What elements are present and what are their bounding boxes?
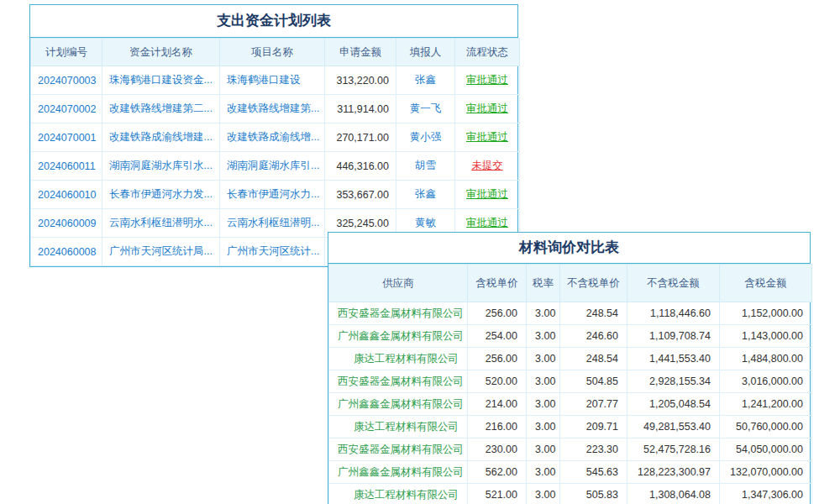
plan-id-link[interactable]: 2024070002	[38, 103, 97, 115]
tax-unit-price-cell: 214.00	[468, 393, 527, 416]
project-name-link[interactable]: 改建铁路线增建第...	[227, 102, 319, 114]
tax-unit-price-cell: 562.00	[468, 461, 527, 484]
tax-unit-price-cell: 521.00	[468, 484, 527, 504]
material-price-title: 材料询价对比表	[328, 233, 810, 264]
table-row: 广州鑫鑫金属材料有限公司 214.00 3.00 207.77 1,205,04…	[329, 393, 812, 416]
table-row: 2024060011 湖南洞庭湖水库引水... 湖南洞庭湖水库引... 446,…	[31, 152, 520, 181]
project-name-link[interactable]: 云南水利枢纽潜明...	[227, 217, 319, 228]
col-header-tax-rate: 税率	[527, 265, 560, 302]
tax-amount-cell: 1,484,800.00	[720, 348, 812, 370]
plan-name-link[interactable]: 改建铁路线增建第二...	[109, 102, 213, 114]
ex-amount-cell: 1,308,064.08	[627, 484, 720, 504]
amount-cell: 270,171.00	[325, 123, 396, 152]
table-row: 康达工程材料有限公司 256.00 3.00 248.54 1,441,553.…	[329, 348, 812, 370]
supplier-link[interactable]: 广州鑫鑫金属材料有限公司	[338, 330, 464, 342]
reporter-link[interactable]: 张鑫	[415, 188, 436, 200]
expense-plan-title: 支出资金计划列表	[30, 5, 517, 38]
tax-rate-cell: 3.00	[527, 416, 560, 438]
table-row: 广州鑫鑫金属材料有限公司 254.00 3.00 246.60 1,109,70…	[329, 325, 812, 348]
project-name-link[interactable]: 广州市天河区统计...	[227, 245, 319, 257]
supplier-link[interactable]: 西安盛器金属材料有限公司	[338, 307, 464, 319]
tax-amount-cell: 3,016,000.00	[720, 370, 812, 393]
plan-name-link[interactable]: 珠海鹤港口建设资金...	[109, 74, 213, 86]
supplier-link[interactable]: 康达工程材料有限公司	[354, 489, 459, 501]
col-header-plan-name: 资金计划名称	[102, 39, 220, 66]
reporter-link[interactable]: 黄小强	[410, 131, 442, 143]
project-name-link[interactable]: 长春市伊通河水力...	[227, 188, 319, 200]
tax-unit-price-cell: 256.00	[468, 302, 527, 325]
status-link[interactable]: 审批通过	[466, 217, 508, 228]
col-header-supplier: 供应商	[329, 265, 468, 302]
col-header-amount: 申请金额	[325, 39, 396, 66]
status-link[interactable]: 审批通过	[466, 131, 508, 143]
status-link[interactable]: 未提交	[471, 160, 503, 171]
ex-amount-cell: 1,109,708.74	[627, 325, 720, 348]
plan-id-link[interactable]: 2024060008	[38, 246, 97, 258]
col-header-tax-amount: 含税金额	[720, 265, 812, 302]
table-row: 2024070001 改建铁路成渝线增建... 改建铁路成渝线增... 270,…	[31, 123, 520, 152]
ex-amount-cell: 2,928,155.34	[627, 370, 720, 393]
col-header-tax-unit-price: 含税单价	[468, 265, 527, 302]
tax-rate-cell: 3.00	[527, 461, 560, 484]
table-row: 西安盛器金属材料有限公司 230.00 3.00 223.30 52,475,7…	[329, 438, 812, 461]
col-header-reporter: 填报人	[396, 39, 455, 66]
plan-name-link[interactable]: 改建铁路成渝线增建...	[109, 131, 213, 143]
supplier-link[interactable]: 西安盛器金属材料有限公司	[338, 444, 464, 455]
tax-amount-cell: 132,070,000.00	[720, 461, 812, 484]
tax-amount-cell: 1,143,000.00	[720, 325, 812, 348]
tax-amount-cell: 1,152,000.00	[720, 302, 812, 325]
material-price-panel: 材料询价对比表 供应商 含税单价 税率 不含税单价 不含税金额 含税金额 西安盛…	[328, 232, 811, 504]
tax-amount-cell: 50,760,000.00	[720, 416, 812, 438]
supplier-link[interactable]: 康达工程材料有限公司	[354, 353, 459, 365]
reporter-link[interactable]: 胡雪	[415, 160, 436, 171]
supplier-link[interactable]: 广州鑫鑫金属材料有限公司	[338, 398, 464, 410]
ex-amount-cell: 52,475,728.16	[627, 438, 720, 461]
reporter-link[interactable]: 张鑫	[415, 74, 436, 86]
supplier-link[interactable]: 西安盛器金属材料有限公司	[338, 375, 464, 387]
plan-name-link[interactable]: 广州市天河区统计局...	[109, 245, 213, 257]
plan-name-link[interactable]: 湖南洞庭湖水库引水...	[109, 160, 213, 171]
tax-unit-price-cell: 520.00	[468, 370, 527, 393]
ex-unit-price-cell: 248.54	[560, 348, 627, 370]
price-header-row: 供应商 含税单价 税率 不含税单价 不含税金额 含税金额	[329, 265, 812, 302]
tax-unit-price-cell: 216.00	[468, 416, 527, 438]
table-row: 康达工程材料有限公司 521.00 3.00 505.83 1,308,064.…	[329, 484, 812, 504]
tax-rate-cell: 3.00	[527, 393, 560, 416]
tax-amount-cell: 1,241,200.00	[720, 393, 812, 416]
col-header-ex-unit-price: 不含税单价	[560, 265, 627, 302]
project-name-link[interactable]: 湖南洞庭湖水库引...	[227, 160, 319, 171]
status-link[interactable]: 审批通过	[466, 102, 508, 114]
ex-unit-price-cell: 209.71	[560, 416, 627, 438]
supplier-link[interactable]: 康达工程材料有限公司	[354, 421, 459, 433]
col-header-ex-amount: 不含税金额	[627, 265, 720, 302]
col-header-project-name: 项目名称	[220, 39, 325, 66]
ex-amount-cell: 128,223,300.97	[627, 461, 720, 484]
project-name-link[interactable]: 改建铁路成渝线增...	[227, 131, 319, 143]
plan-id-link[interactable]: 2024070001	[38, 132, 97, 144]
plan-name-link[interactable]: 长春市伊通河水力发...	[109, 188, 213, 200]
project-name-link[interactable]: 珠海鹤港口建设	[227, 74, 301, 86]
reporter-link[interactable]: 黄一飞	[410, 102, 442, 114]
tax-amount-cell: 1,347,306.00	[720, 484, 812, 504]
col-header-status: 流程状态	[455, 39, 520, 66]
plan-name-link[interactable]: 云南水利枢纽潜明水...	[109, 217, 213, 228]
plan-id-link[interactable]: 2024070003	[38, 75, 97, 87]
amount-cell: 353,667.00	[325, 181, 396, 209]
table-row: 康达工程材料有限公司 216.00 3.00 209.71 49,281,553…	[329, 416, 812, 438]
plan-id-link[interactable]: 2024060010	[38, 189, 97, 201]
tax-rate-cell: 3.00	[527, 302, 560, 325]
amount-cell: 313,220.00	[325, 66, 396, 95]
tax-rate-cell: 3.00	[527, 348, 560, 370]
plan-id-link[interactable]: 2024060011	[38, 160, 96, 172]
tax-rate-cell: 3.00	[527, 325, 560, 348]
tax-unit-price-cell: 256.00	[468, 348, 527, 370]
reporter-link[interactable]: 黄敏	[415, 217, 436, 228]
tax-rate-cell: 3.00	[527, 370, 560, 393]
plan-id-link[interactable]: 2024060009	[38, 218, 97, 229]
tax-unit-price-cell: 254.00	[468, 325, 527, 348]
ex-amount-cell: 1,205,048.54	[627, 393, 720, 416]
supplier-link[interactable]: 广州鑫鑫金属材料有限公司	[338, 466, 464, 478]
status-link[interactable]: 审批通过	[466, 188, 508, 200]
table-row: 西安盛器金属材料有限公司 256.00 3.00 248.54 1,118,44…	[329, 302, 812, 325]
status-link[interactable]: 审批通过	[466, 74, 508, 86]
